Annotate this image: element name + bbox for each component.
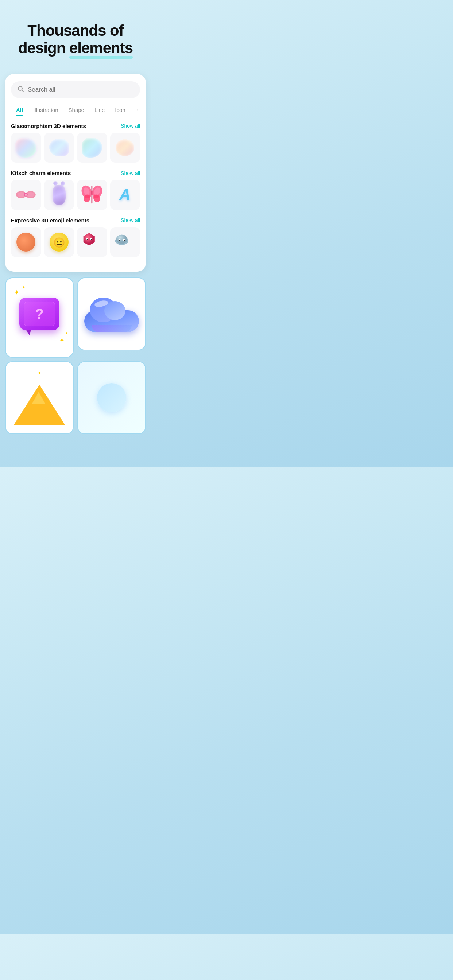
blob-face-art: [115, 234, 135, 250]
glassmorphism-show-all[interactable]: Show all: [121, 123, 140, 129]
letter-a-art: A: [120, 186, 131, 204]
emoji-item-3[interactable]: [77, 227, 107, 258]
page-wrapper: Thousands of design elements All Illustr…: [0, 0, 151, 467]
glass-shape-3-art: [82, 138, 102, 158]
glassmorphism-section: Glassmorphism 3D elements Show all: [11, 123, 140, 163]
svg-point-26: [119, 240, 120, 240]
tab-icon[interactable]: Icon: [110, 104, 130, 116]
tab-line[interactable]: Line: [89, 104, 110, 116]
star-icon-3: ✦: [59, 337, 64, 344]
emoji-header: Expressive 3D emoji elements Show all: [11, 217, 140, 223]
question-bubble-card[interactable]: ✦ ✦ ✦ ✦ ?: [5, 277, 74, 358]
feature-grid: ✦ ✦ ✦ ✦ ?: [5, 277, 146, 358]
extra-card[interactable]: [77, 361, 146, 434]
emoji-section: Expressive 3D emoji elements Show all 😐: [11, 217, 140, 258]
question-bubble-art: ✦ ✦ ✦ ✦ ?: [6, 278, 73, 357]
kitsch-item-bear[interactable]: [44, 180, 74, 210]
hero-line2: design: [18, 40, 65, 57]
hero-title: Thousands of design elements: [11, 22, 140, 57]
glass-shape-1-art: [15, 138, 37, 158]
hero-line3: elements: [69, 40, 133, 57]
tab-illustration[interactable]: Illustration: [28, 104, 63, 116]
extra-card-art: [78, 362, 145, 433]
emoji-show-all[interactable]: Show all: [121, 217, 140, 223]
question-box: ?: [19, 298, 59, 330]
svg-marker-16: [83, 233, 95, 245]
feature-grid-2: ✦: [5, 361, 146, 434]
bear-art: [53, 185, 65, 205]
bow-icon: [15, 184, 37, 205]
svg-point-23: [116, 235, 128, 244]
kitsch-title: Kitsch charm elements: [11, 170, 71, 176]
kitsch-show-all[interactable]: Show all: [121, 170, 140, 176]
smiley-art: 😐: [49, 232, 69, 251]
cloud-3d-art: [84, 296, 139, 332]
glass-item-1[interactable]: [11, 133, 41, 163]
extra-art-bubble: [97, 383, 126, 412]
kitsch-grid: A: [11, 180, 140, 210]
hero-line1: Thousands of: [27, 22, 123, 39]
kitsch-item-butterfly[interactable]: [77, 180, 107, 210]
cookie-art: [16, 232, 35, 251]
glass-item-3[interactable]: [77, 133, 107, 163]
mountain-card[interactable]: ✦: [5, 361, 74, 434]
search-bar[interactable]: [11, 81, 140, 98]
glassmorphism-header: Glassmorphism 3D elements Show all: [11, 123, 140, 129]
tab-all[interactable]: All: [11, 104, 28, 116]
glass-shape-2-art: [49, 139, 69, 156]
star-icon-4: ✦: [65, 331, 68, 335]
emoji-title: Expressive 3D emoji elements: [11, 217, 89, 223]
bubble-tail: [26, 329, 31, 336]
kitsch-item-letter-a[interactable]: A: [110, 180, 140, 210]
butterfly-icon: [81, 184, 102, 205]
kitsch-header: Kitsch charm elements Show all: [11, 170, 140, 176]
hero-section: Thousands of design elements: [0, 0, 151, 68]
emoji-item-4[interactable]: [110, 227, 140, 258]
search-input[interactable]: [28, 86, 134, 93]
glass-shape-4-art: [116, 139, 134, 156]
mountain-star-icon: ✦: [37, 370, 41, 376]
svg-line-1: [22, 90, 24, 92]
hex-face-art: [83, 232, 101, 251]
tab-shape[interactable]: Shape: [64, 104, 89, 116]
main-card: All Illustration Shape Line Icon › Glass…: [5, 74, 146, 272]
cloud-card[interactable]: [77, 277, 146, 350]
emoji-item-2[interactable]: 😐: [44, 227, 74, 258]
mountain-shape: [14, 385, 65, 425]
emoji-item-1[interactable]: [11, 227, 41, 258]
bottom-spacer: [0, 438, 151, 452]
mountain-highlight: [32, 392, 45, 404]
glass-item-2[interactable]: [44, 133, 74, 163]
star-icon-1: ✦: [14, 288, 19, 296]
glassmorphism-title: Glassmorphism 3D elements: [11, 123, 86, 129]
kitsch-section: Kitsch charm elements Show all: [11, 170, 140, 210]
tabs-bar: All Illustration Shape Line Icon ›: [11, 104, 140, 116]
svg-point-27: [124, 240, 125, 240]
star-icon-2: ✦: [22, 285, 26, 290]
svg-point-20: [91, 239, 92, 240]
kitsch-item-bow[interactable]: [11, 180, 41, 210]
svg-point-5: [27, 192, 34, 197]
svg-point-4: [18, 192, 25, 197]
emoji-grid: 😐: [11, 227, 140, 258]
tabs-chevron-icon[interactable]: ›: [135, 104, 140, 116]
mountain-art: ✦: [6, 362, 73, 433]
cloud-sheen: [91, 325, 132, 332]
svg-point-19: [87, 239, 88, 240]
glassmorphism-grid: [11, 133, 140, 163]
glass-item-4[interactable]: [110, 133, 140, 163]
search-icon: [18, 86, 24, 94]
svg-point-7: [25, 194, 27, 196]
